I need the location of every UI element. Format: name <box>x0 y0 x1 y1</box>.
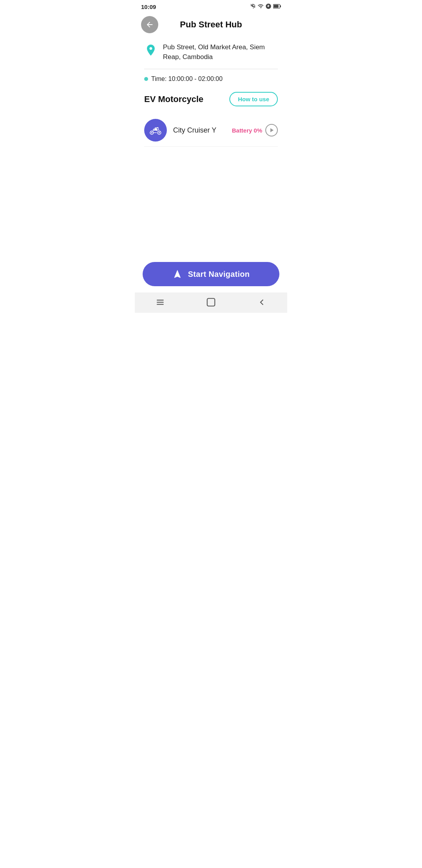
wifi-icon <box>257 3 264 11</box>
divider <box>144 69 278 69</box>
status-time: 10:09 <box>141 4 156 10</box>
home-icon[interactable] <box>206 297 216 307</box>
scooter-icon <box>149 124 162 137</box>
location-text: Pub Street, Old Market Area, Siem Reap, … <box>163 43 278 62</box>
battery-icon <box>273 4 281 10</box>
status-bar: 10:09 <box>135 0 287 12</box>
start-navigation-label: Start Navigation <box>188 270 250 279</box>
svg-rect-2 <box>280 5 281 7</box>
bottom-bar <box>135 292 287 313</box>
battery-text: Battery 0% <box>232 127 262 134</box>
header: Pub Street Hub <box>135 12 287 39</box>
back-nav-icon[interactable] <box>257 297 267 307</box>
navigation-icon <box>172 269 182 279</box>
status-icons <box>250 3 281 11</box>
page-title: Pub Street Hub <box>158 20 264 30</box>
svg-point-5 <box>151 132 152 133</box>
how-to-use-button[interactable]: How to use <box>229 92 278 106</box>
spacer <box>135 206 287 262</box>
location-icon <box>144 43 157 61</box>
back-button[interactable] <box>141 16 158 33</box>
mute-icon <box>250 3 256 11</box>
location-row: Pub Street, Old Market Area, Siem Reap, … <box>144 43 278 62</box>
svg-rect-7 <box>157 127 158 128</box>
start-navigation-button[interactable]: Start Navigation <box>143 262 279 286</box>
svg-point-6 <box>159 132 160 133</box>
vehicle-icon-wrap <box>144 119 167 142</box>
svg-rect-1 <box>274 5 279 8</box>
section-title: EV Motorcycle <box>144 94 204 104</box>
vehicle-name: City Cruiser Y <box>173 126 225 135</box>
svg-marker-8 <box>270 128 274 133</box>
svg-rect-12 <box>207 298 215 306</box>
content-area: Pub Street, Old Market Area, Siem Reap, … <box>135 39 287 206</box>
vehicle-card: City Cruiser Y Battery 0% <box>144 114 278 147</box>
battery-info: Battery 0% <box>232 124 278 136</box>
section-header: EV Motorcycle How to use <box>144 92 278 106</box>
time-dot <box>144 77 148 81</box>
blocked-icon <box>265 3 272 11</box>
time-text: Time: 10:00:00 - 02:00:00 <box>151 75 223 82</box>
time-row: Time: 10:00:00 - 02:00:00 <box>144 75 278 82</box>
menu-icon[interactable] <box>155 297 165 307</box>
play-button[interactable] <box>265 124 278 136</box>
